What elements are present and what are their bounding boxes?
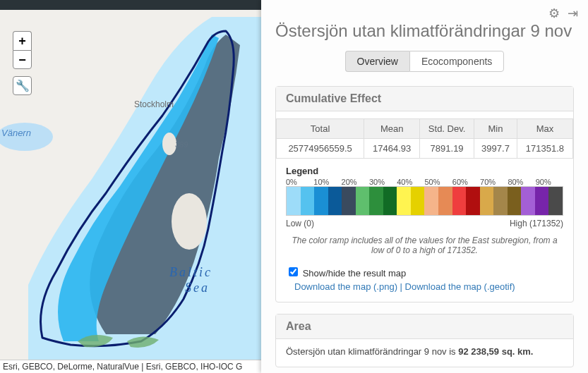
legend-cell (466, 187, 480, 215)
zoom-control: + − (13, 31, 32, 69)
th-max: Max (517, 119, 572, 139)
map-attribution: Esri, GEBCO, DeLorme, NaturalVue | Esri,… (0, 360, 261, 373)
legend-tick: 40% (397, 178, 424, 186)
legend-ramp (286, 186, 563, 216)
td-min: 3997.7 (474, 139, 517, 159)
download-geotif-link[interactable]: Download the map (.geotif) (405, 281, 515, 292)
legend-tick: 30% (369, 178, 397, 186)
legend-cell (438, 187, 452, 215)
legend-tick: 50% (424, 178, 452, 186)
legend-cell (383, 187, 397, 215)
info-panel: ⚙ ⇥ Östersjön utan klimatförändringar 9 … (261, 0, 588, 373)
svg-point-2 (162, 133, 176, 155)
download-png-link[interactable]: Download the map (.png) (294, 281, 397, 292)
tab-overview[interactable]: Overview (345, 51, 409, 72)
legend-cell (342, 187, 356, 215)
gear-icon[interactable]: ⚙ (548, 6, 560, 20)
legend-tick: 10% (313, 178, 341, 186)
map-label-lake: Vänern (1, 128, 31, 138)
section-area-heading: Area (276, 314, 573, 339)
page-title: Östersjön utan klimatförändringar 9 nov (275, 0, 574, 51)
legend-cell (397, 187, 411, 215)
legend-tick: 20% (342, 178, 369, 186)
zoom-out-button[interactable]: − (13, 50, 32, 69)
legend-ticks: 0%10%20%30%40%50%60%70%80%90% (286, 178, 563, 186)
zoom-in-button[interactable]: + (13, 31, 32, 50)
td-mean: 17464.93 (364, 139, 420, 159)
legend-title: Legend (286, 166, 563, 176)
map-label-depth: 389 (175, 140, 188, 149)
toggle-label: Show/hide the result map (303, 268, 407, 279)
legend-cell (287, 187, 301, 215)
legend-cell (548, 187, 563, 215)
legend-tick: 90% (536, 178, 563, 186)
legend-cell (480, 187, 494, 215)
app-topbar (0, 0, 261, 10)
legend-cell (493, 187, 508, 215)
basemap-svg (0, 10, 261, 360)
legend-tick: 0% (286, 178, 313, 186)
legend-cell (521, 187, 535, 215)
legend-cell (328, 187, 342, 215)
legend-cell (301, 187, 315, 215)
legend-tick: 60% (452, 178, 480, 186)
legend-cell (356, 187, 370, 215)
area-pre: Östersjön utan klimatförändringar 9 nov … (286, 346, 458, 357)
map-label-sea2: Sea (185, 281, 210, 295)
exit-icon[interactable]: ⇥ (568, 6, 578, 20)
wrench-button[interactable]: 🔧 (13, 76, 32, 95)
legend-cell (369, 187, 383, 215)
area-text: Östersjön utan klimatförändringar 9 nov … (276, 346, 573, 357)
td-max: 171351.8 (517, 139, 572, 159)
legend-tick: 70% (480, 178, 508, 186)
tab-ecocomponents[interactable]: Ecocomponents (409, 51, 504, 72)
td-std: 7891.19 (420, 139, 474, 159)
map-label-city: Stockholm (134, 99, 174, 109)
section-cumulative: Cumulative Effect Total Mean Std. Dev. M… (275, 86, 574, 302)
legend-cell (535, 187, 549, 215)
toggle-checkbox[interactable] (289, 267, 298, 276)
section-cumulative-heading: Cumulative Effect (276, 87, 573, 111)
svg-point-1 (172, 193, 207, 250)
toggle-result-map[interactable]: Show/hide the result map (286, 268, 406, 279)
legend-cell (411, 187, 425, 215)
tools-control: 🔧 (13, 76, 32, 95)
legend-cell (424, 187, 438, 215)
area-value: 92 238,59 sq. km. (458, 346, 533, 357)
th-mean: Mean (364, 119, 420, 139)
map-canvas[interactable]: Stockholm 389 Baltic Sea Vänern + − 🔧 (0, 10, 261, 360)
legend-high: High (171352) (510, 219, 563, 228)
legend-tick: 80% (508, 178, 535, 186)
legend-note: The color ramp includes all of the value… (286, 236, 563, 255)
legend-cell (314, 187, 328, 215)
th-std: Std. Dev. (420, 119, 474, 139)
table-row: 25774956559.5 17464.93 7891.19 3997.7 17… (277, 139, 573, 159)
th-total: Total (277, 119, 364, 139)
stats-table: Total Mean Std. Dev. Min Max 25774956559… (276, 118, 573, 159)
legend-low: Low (0) (286, 219, 314, 228)
map-label-sea1: Baltic (169, 265, 212, 280)
td-total: 25774956559.5 (277, 139, 364, 159)
th-min: Min (474, 119, 517, 139)
tab-bar: OverviewEcocomponents (275, 51, 574, 72)
legend-cell (508, 187, 522, 215)
section-area: Area Östersjön utan klimatförändringar 9… (275, 314, 574, 367)
legend-cell (452, 187, 467, 215)
link-separator: | (400, 281, 405, 292)
